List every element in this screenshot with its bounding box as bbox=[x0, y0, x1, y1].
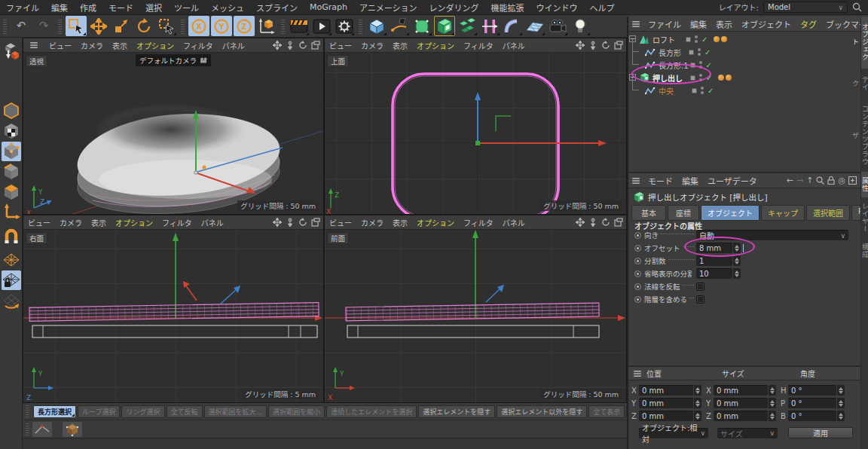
target-icon[interactable]: ◎ bbox=[838, 176, 845, 185]
orientation-dropdown[interactable]: 自動∨ bbox=[696, 230, 848, 240]
coordinate-system-button[interactable] bbox=[256, 16, 277, 36]
rot-h-field[interactable]: 0 ° bbox=[788, 385, 836, 396]
tab-object-manager[interactable]: オブジェクト bbox=[861, 17, 868, 69]
coord-mode-dropdown[interactable]: オブジェクト:相対∨ bbox=[639, 428, 708, 438]
menu-create[interactable]: 作成 bbox=[74, 2, 102, 14]
enabled-check-icon[interactable]: ✓ bbox=[708, 87, 714, 95]
layer-swatch[interactable] bbox=[690, 63, 695, 68]
snap-button[interactable] bbox=[2, 228, 21, 247]
iso-subdivisions-stepper[interactable] bbox=[733, 268, 741, 279]
layer-swatch[interactable] bbox=[686, 37, 691, 42]
undo-button[interactable]: ↶ bbox=[11, 16, 32, 36]
vp-menu-camera[interactable]: カメラ bbox=[356, 40, 388, 51]
visibility-dots[interactable] bbox=[701, 87, 704, 94]
polygons-mode-button[interactable] bbox=[2, 182, 21, 202]
keyframe-circle-icon[interactable] bbox=[634, 296, 641, 303]
toolbar-drag-handle[interactable] bbox=[58, 19, 62, 34]
light-object-button[interactable] bbox=[570, 16, 591, 36]
pos-y-field[interactable]: 0 mm bbox=[639, 398, 693, 408]
pos-z-field[interactable]: 0 mm bbox=[639, 411, 693, 421]
panel-menu-icon[interactable] bbox=[632, 23, 640, 25]
layer-swatch[interactable] bbox=[690, 75, 695, 81]
parent-object-icon[interactable]: ↑ bbox=[806, 176, 813, 185]
tab-caps[interactable]: キャップ bbox=[761, 205, 805, 221]
tab-coordinates[interactable]: 座標 bbox=[668, 205, 699, 221]
bend-deformer-button[interactable] bbox=[502, 16, 523, 36]
vp-menu-filter[interactable]: フィルタ bbox=[179, 40, 218, 51]
hide-unselected-button[interactable]: 選択エレメント以外を隠す bbox=[497, 405, 587, 418]
keyframe-circle-icon[interactable] bbox=[634, 270, 641, 277]
redo-button[interactable]: ↷ bbox=[33, 16, 54, 36]
toolbar-drag-handle[interactable] bbox=[359, 19, 362, 34]
size-x-field[interactable]: 0 mm bbox=[714, 385, 768, 396]
object-row-rectangle1[interactable]: 長方形.1 ✓ bbox=[628, 59, 854, 71]
subdivisions-stepper[interactable] bbox=[733, 255, 741, 266]
enabled-check-icon[interactable]: ✓ bbox=[706, 74, 712, 82]
tab-selection[interactable]: 選択範囲 bbox=[806, 205, 850, 221]
om-menu-tags[interactable]: タグ bbox=[796, 18, 821, 30]
stepper[interactable] bbox=[769, 385, 776, 396]
rotate-workplane-button[interactable] bbox=[2, 291, 21, 310]
panel-menu-icon[interactable] bbox=[30, 44, 38, 46]
menu-spline[interactable]: スプライン bbox=[250, 2, 304, 14]
pan-view-icon[interactable] bbox=[273, 218, 282, 227]
toolbar-drag-handle[interactable] bbox=[181, 19, 185, 34]
model-mode-button[interactable] bbox=[2, 101, 21, 121]
dolly-view-icon[interactable] bbox=[588, 218, 598, 227]
tab-object[interactable]: オブジェクト bbox=[701, 205, 760, 221]
apply-button[interactable]: 適用 bbox=[788, 427, 853, 438]
tab-structure[interactable]: 構成 bbox=[861, 238, 868, 264]
loop-selection-button[interactable]: ループ選択 bbox=[78, 405, 120, 418]
make-editable-button[interactable] bbox=[2, 41, 21, 60]
enabled-check-icon[interactable]: ✓ bbox=[706, 61, 712, 69]
render-to-picture-viewer-button[interactable] bbox=[311, 16, 332, 36]
panel-menu-icon[interactable] bbox=[634, 373, 641, 374]
tab-basic[interactable]: 基本 bbox=[631, 205, 666, 221]
stepper[interactable] bbox=[694, 385, 701, 396]
dolly-view-icon[interactable] bbox=[588, 41, 598, 50]
render-settings-button[interactable] bbox=[334, 16, 355, 36]
maximize-view-icon[interactable] bbox=[311, 218, 320, 227]
size-y-field[interactable]: 0 mm bbox=[714, 398, 768, 408]
vp-menu-camera[interactable]: カメラ bbox=[55, 217, 87, 228]
object-row-loft[interactable]: − ロフト ✓ bbox=[628, 33, 854, 45]
rotate-tool[interactable] bbox=[133, 16, 154, 36]
vp-menu-panel[interactable]: パネル bbox=[218, 40, 249, 51]
stepper[interactable] bbox=[837, 411, 845, 421]
toolbar-drag-handle[interactable] bbox=[3, 19, 7, 34]
add-cube-primitive-button[interactable] bbox=[366, 16, 387, 36]
vp-menu-display[interactable]: 表示 bbox=[87, 217, 111, 228]
stepper[interactable] bbox=[769, 411, 776, 421]
spline-pen-button[interactable] bbox=[389, 16, 410, 36]
unhide-all-button[interactable]: 全て表示 bbox=[588, 405, 625, 418]
vp-menu-options[interactable]: オプション bbox=[132, 40, 179, 51]
object-row-rectangle[interactable]: 長方形 ✓ bbox=[628, 46, 854, 58]
vp-menu-filter[interactable]: フィルタ bbox=[459, 217, 498, 228]
rot-p-field[interactable]: 0 ° bbox=[788, 398, 836, 408]
iso-subdivisions-field[interactable]: 10 bbox=[696, 268, 732, 279]
menu-edit[interactable]: 編集 bbox=[45, 2, 74, 14]
lock-x-axis-button[interactable]: X bbox=[188, 16, 209, 36]
om-menu-view[interactable]: 表示 bbox=[711, 18, 737, 30]
hide-selected-button[interactable]: 選択エレメントを隠す bbox=[418, 405, 495, 418]
menu-file[interactable]: ファイル bbox=[0, 2, 45, 14]
vp-menu-options[interactable]: オプション bbox=[412, 40, 459, 51]
vp-menu-display[interactable]: 表示 bbox=[388, 217, 412, 228]
invert-all-button[interactable]: 全て反転 bbox=[167, 405, 203, 418]
pan-view-icon[interactable] bbox=[576, 41, 585, 50]
texture-mode-button[interactable] bbox=[2, 121, 21, 141]
menu-help[interactable]: ヘルプ bbox=[584, 2, 621, 14]
pos-x-field[interactable]: 0 mm bbox=[639, 385, 693, 396]
menu-tools[interactable]: ツール bbox=[168, 2, 205, 14]
layout-dropdown[interactable]: Model ∨ bbox=[763, 2, 848, 13]
om-menu-file[interactable]: ファイル bbox=[643, 18, 686, 30]
vp-menu-display[interactable]: 表示 bbox=[388, 40, 412, 51]
stepper[interactable] bbox=[837, 398, 845, 408]
menu-animation[interactable]: アニメーション bbox=[353, 2, 423, 14]
stepper[interactable] bbox=[694, 398, 701, 408]
dolly-view-icon[interactable] bbox=[286, 218, 295, 227]
grow-selection-button[interactable]: 選択範囲を拡大... bbox=[204, 405, 267, 418]
vp-menu-view[interactable]: ビュー bbox=[44, 40, 76, 51]
enabled-check-icon[interactable]: ✓ bbox=[704, 48, 711, 57]
om-menu-edit[interactable]: 編集 bbox=[686, 18, 711, 30]
